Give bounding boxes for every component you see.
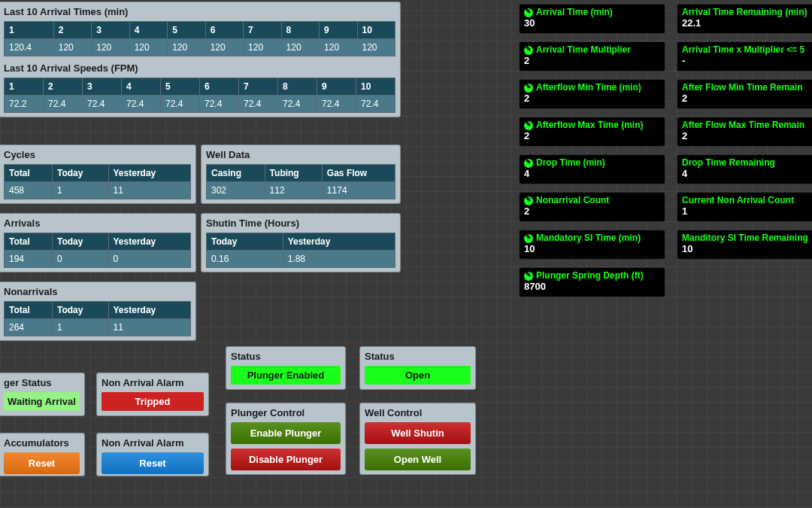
param-box[interactable]: Afterflow Max Time (min)2 <box>519 117 665 147</box>
cell: 0 <box>53 251 109 268</box>
cell: 0 <box>108 251 190 268</box>
cell: 120 <box>92 39 129 56</box>
param-value: 4 <box>524 168 660 179</box>
arrivals-title: Arrivals <box>4 217 191 229</box>
col-header: Gas Flow <box>322 165 395 182</box>
plunger-status-value: Waiting Arrival <box>4 392 80 411</box>
param-value: 2 <box>682 93 812 104</box>
disable-plunger-button[interactable]: Disable Plunger <box>231 449 341 470</box>
col-header: Today <box>53 233 109 251</box>
cell: 120 <box>320 39 357 56</box>
nonarrivals-panel: Nonarrivals TotalTodayYesterday264111 <box>0 281 196 341</box>
nonarrivals-title: Nonarrivals <box>4 286 191 297</box>
param-label: Mandatory SI Time (min) <box>536 233 641 243</box>
col-header: 8 <box>281 22 319 39</box>
shutin-table: TodayYesterday0.161.88 <box>206 233 395 268</box>
cell: 72.4 <box>317 96 356 113</box>
status-open-panel: Status Open <box>359 346 476 390</box>
arrival-speeds-title: Last 10 Arrival Speeds (FPM) <box>4 62 395 74</box>
param-box: Manditory SI Time Remaining10 <box>677 230 812 260</box>
param-value: 2 <box>524 93 660 104</box>
status-plunger-title: Status <box>231 351 341 362</box>
cell: 120 <box>357 39 395 56</box>
nonarrival-alarm-reset-button[interactable]: Reset <box>102 452 204 474</box>
param-box[interactable]: Arrival Time (min)30 <box>519 4 665 34</box>
col-header: Yesterday <box>108 302 190 319</box>
open-well-button[interactable]: Open Well <box>365 449 471 470</box>
edit-icon <box>524 8 533 17</box>
col-header: 5 <box>161 78 200 96</box>
col-header: 9 <box>317 78 356 96</box>
col-header: 2 <box>44 78 83 96</box>
welldata-title: Well Data <box>206 149 395 160</box>
param-box[interactable]: Afterflow Min Time (min)2 <box>519 79 665 109</box>
param-box[interactable]: Nonarrival Count2 <box>519 192 665 222</box>
param-value: 2 <box>524 130 660 141</box>
param-value: 2 <box>524 55 660 66</box>
col-header: 1 <box>5 22 54 39</box>
nonarrival-alarm-reset-title: Non Arrival Alarm <box>102 437 204 449</box>
arrival-speeds-table: 1234567891072.272.472.472.472.472.472.47… <box>4 78 395 113</box>
param-value: 22.1 <box>682 17 812 29</box>
param-box: Arrival Time Remaining (min)22.1 <box>677 4 812 34</box>
accumulators-panel: Accumulators Reset <box>0 433 85 476</box>
cell: 194 <box>5 251 53 268</box>
cell: 72.4 <box>239 96 278 113</box>
shutin-title: Shutin Time (Hours) <box>206 217 395 229</box>
plunger-control-title: Plunger Control <box>231 407 341 418</box>
arrival-times-table: 12345678910120.4120120120120120120120120… <box>4 21 395 56</box>
param-label: Arrival Time x Multiplier <= 5 <box>682 44 804 55</box>
col-header: 3 <box>92 22 129 39</box>
col-header: Tubing <box>265 165 322 182</box>
col-header: 10 <box>356 78 395 96</box>
welldata-table: CasingTubingGas Flow3021121174 <box>206 164 395 199</box>
param-value: - <box>682 55 812 66</box>
well-shutin-button[interactable]: Well Shutin <box>365 422 471 444</box>
param-label: Afterflow Max Time (min) <box>536 120 643 130</box>
cell: 72.4 <box>356 96 395 113</box>
nonarrival-alarm-title: Non Arrival Alarm <box>102 377 204 388</box>
cell: 1 <box>53 319 109 336</box>
col-header: 8 <box>278 78 317 96</box>
param-box: Drop Time Remaining4 <box>677 154 812 184</box>
accumulators-title: Accumulators <box>4 437 80 449</box>
cell: 11 <box>108 182 190 199</box>
col-header: 3 <box>83 78 122 96</box>
col-header: 6 <box>205 22 243 39</box>
enable-plunger-button[interactable]: Enable Plunger <box>231 422 341 444</box>
edit-icon <box>524 272 533 281</box>
param-label: After Flow Max Time Remain <box>682 120 804 130</box>
status-plunger-value: Plunger Enabled <box>231 366 341 385</box>
col-header: 1 <box>5 78 44 96</box>
param-box[interactable]: Arrival Time Multiplier2 <box>519 41 665 71</box>
col-header: Yesterday <box>283 233 395 251</box>
arrival-times-panel: Last 10 Arrival Times (min) 123456789101… <box>0 2 401 117</box>
col-header: 2 <box>53 22 91 39</box>
plunger-control-panel: Plunger Control Enable Plunger Disable P… <box>226 403 346 475</box>
edit-icon <box>524 46 533 55</box>
plunger-status-panel: ger Status Waiting Arrival <box>0 373 85 416</box>
param-box[interactable]: Plunger Spring Depth (ft)8700 <box>519 267 665 297</box>
status-open-value: Open <box>365 366 471 385</box>
param-box[interactable]: Mandatory SI Time (min)10 <box>519 230 665 260</box>
accumulators-reset-button[interactable]: Reset <box>4 452 80 474</box>
cell: 120 <box>129 39 167 56</box>
col-header: Total <box>5 165 53 182</box>
param-value: 10 <box>524 243 660 254</box>
col-header: 10 <box>357 22 395 39</box>
col-header: 5 <box>168 22 205 39</box>
param-label: Nonarrival Count <box>536 195 609 205</box>
nonarrival-alarm-panel: Non Arrival Alarm Tripped <box>96 373 209 416</box>
param-value: 10 <box>682 243 812 254</box>
cell: 302 <box>207 182 265 199</box>
param-label: Current Non Arrival Count <box>682 195 794 205</box>
status-open-title: Status <box>365 351 471 362</box>
plunger-status-title: ger Status <box>4 377 80 388</box>
param-label: Plunger Spring Depth (ft) <box>536 270 644 281</box>
cycles-panel: Cycles TotalTodayYesterday458111 <box>0 144 196 204</box>
col-header: Today <box>53 165 109 182</box>
param-box: After Flow Max Time Remain2 <box>677 117 812 147</box>
col-header: 4 <box>129 22 167 39</box>
param-box[interactable]: Drop Time (min)4 <box>519 154 665 184</box>
cell: 458 <box>5 182 53 199</box>
